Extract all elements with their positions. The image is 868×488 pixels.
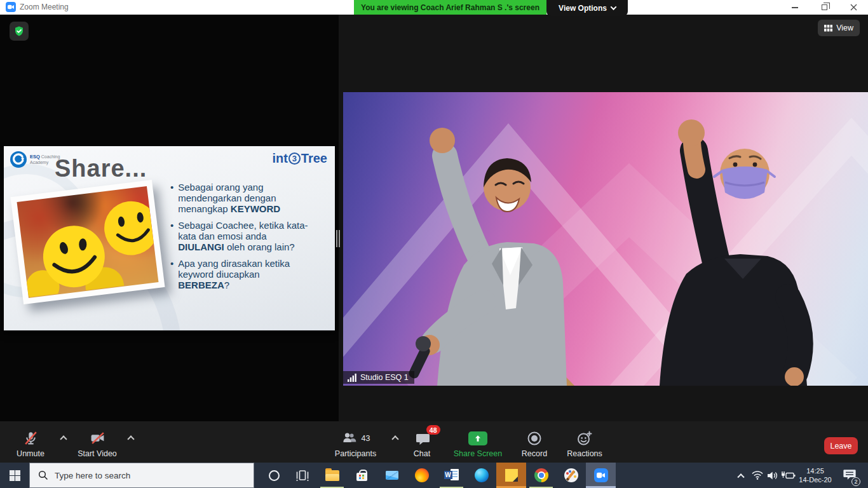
action-center-button[interactable]: 2 <box>839 463 860 488</box>
shield-check-icon <box>13 25 25 37</box>
clock-time: 14:25 <box>806 466 824 475</box>
camera-muted-icon <box>89 430 106 446</box>
search-input[interactable] <box>55 471 226 480</box>
restore-button[interactable] <box>810 0 839 15</box>
chrome-icon <box>534 468 548 482</box>
record-label: Record <box>522 449 547 458</box>
store-icon <box>356 473 367 481</box>
esq-logo-bold: ESQ <box>30 154 40 159</box>
start-video-button[interactable]: Start Video <box>70 430 125 458</box>
app-identity: Zoom Meeting <box>6 2 69 12</box>
bullet-text: ? <box>224 280 229 290</box>
mic-muted-icon <box>23 430 39 446</box>
tray-volume[interactable] <box>764 463 780 488</box>
task-view-icon <box>295 469 309 482</box>
edge-icon <box>475 468 489 482</box>
slide-title: Share... <box>55 155 147 182</box>
esq-academy-logo: ESQ Coaching Academy <box>10 151 60 168</box>
taskbar-mail[interactable] <box>377 463 407 488</box>
taskbar-file-explorer[interactable] <box>317 463 347 488</box>
window-titlebar: Zoom Meeting You are viewing Coach Arief… <box>0 0 868 15</box>
word-icon: W <box>444 468 459 482</box>
shared-screen-slide: ESQ Coaching Academy int 3 Tree Share... <box>4 146 335 330</box>
view-options-button[interactable]: View Options <box>546 0 628 16</box>
start-button[interactable] <box>0 463 29 488</box>
taskbar-clock[interactable]: 14:25 14-Dec-20 <box>796 463 835 488</box>
share-screen-icon <box>468 431 487 445</box>
close-button[interactable] <box>839 0 868 15</box>
reactions-icon <box>576 430 593 447</box>
security-button[interactable] <box>10 22 29 41</box>
reactions-label: Reactions <box>567 449 602 458</box>
minimize-button[interactable] <box>780 0 810 15</box>
bullet-dot: • <box>170 259 173 291</box>
taskbar-word[interactable]: W <box>437 463 466 488</box>
notification-count-badge: 2 <box>851 477 860 486</box>
video-scene <box>343 92 868 386</box>
chat-label: Chat <box>414 449 430 458</box>
intotree-circle: 3 <box>288 152 301 165</box>
participants-label: Participants <box>335 449 376 458</box>
bullet-text: oleh orang lain? <box>224 241 295 252</box>
meeting-area: View ESQ Coaching Academy int 3 Tree Sha… <box>0 15 868 463</box>
leave-button[interactable]: Leave <box>824 437 858 454</box>
taskbar-paint[interactable] <box>556 463 586 488</box>
chevron-down-icon <box>610 4 616 10</box>
video-participant-label: Studio ESQ 1 <box>343 371 414 384</box>
share-screen-label: Share Screen <box>454 449 502 458</box>
participants-icon <box>341 431 358 446</box>
windows-logo-icon <box>10 470 20 481</box>
slide-bullet: • Apa yang dirasakan ketika keyword diuc… <box>170 259 311 291</box>
clock-date: 14-Dec-20 <box>799 475 831 484</box>
window-title: Zoom Meeting <box>20 3 69 11</box>
taskbar-microsoft-store[interactable] <box>347 463 377 488</box>
chat-button[interactable]: 48 Chat <box>402 430 442 458</box>
paint-icon <box>564 468 578 482</box>
taskbar-firefox[interactable] <box>407 463 437 488</box>
taskbar-chrome[interactable] <box>526 463 556 488</box>
cortana-icon <box>269 470 280 481</box>
view-layout-button[interactable]: View <box>818 20 860 36</box>
unmute-button[interactable]: Unmute <box>5 430 56 458</box>
view-button-label: View <box>836 24 853 32</box>
tray-wifi[interactable] <box>750 463 765 488</box>
record-button[interactable]: Record <box>515 430 554 458</box>
restore-icon <box>822 4 827 10</box>
record-icon <box>527 431 542 446</box>
minimize-icon <box>792 7 798 8</box>
task-view-button[interactable] <box>287 463 317 488</box>
intotree-post: Tree <box>301 151 327 166</box>
chevron-up-icon <box>737 473 744 480</box>
battery-plug-icon <box>780 471 796 480</box>
smiley-balls-image <box>17 186 159 297</box>
bullet-dot: • <box>170 182 173 215</box>
taskbar-edge[interactable] <box>466 463 496 488</box>
reactions-button[interactable]: Reactions <box>560 430 609 458</box>
zoom-app-icon <box>6 2 16 12</box>
viewing-banner: You are viewing Coach Arief Rahman S .'s… <box>354 0 546 15</box>
cortana-button[interactable] <box>261 463 287 488</box>
layout-grid-icon <box>824 25 832 32</box>
speaker-icon <box>767 471 778 480</box>
slide-bullet: • Sebagai Coachee, ketika kata-kata dan … <box>170 220 311 253</box>
tray-battery[interactable] <box>779 463 797 488</box>
file-explorer-icon <box>325 470 339 481</box>
bullet-text: Apa yang dirasakan ketika keyword diucap… <box>178 258 290 280</box>
bullet-dot: • <box>170 220 173 253</box>
participants-count: 43 <box>362 434 370 443</box>
search-icon <box>38 470 48 480</box>
taskbar-search[interactable] <box>29 463 254 488</box>
signal-bars-icon <box>348 374 356 382</box>
taskbar-zoom[interactable] <box>586 463 616 488</box>
participants-button[interactable]: 43 Participants <box>325 430 386 458</box>
taskbar-sticky-notes[interactable] <box>496 463 526 488</box>
share-screen-button[interactable]: Share Screen <box>445 430 511 458</box>
close-icon <box>850 4 857 11</box>
bullet-bold: DIULANGI <box>178 241 224 252</box>
start-video-label: Start Video <box>78 449 117 458</box>
slide-photo <box>10 180 165 304</box>
intotree-pre: int <box>272 151 287 166</box>
tray-show-hidden-icons[interactable] <box>733 463 749 488</box>
panel-resize-handle[interactable] <box>336 230 340 247</box>
bullet-text: Sebagai Coachee, ketika kata-kata dan em… <box>178 220 308 241</box>
